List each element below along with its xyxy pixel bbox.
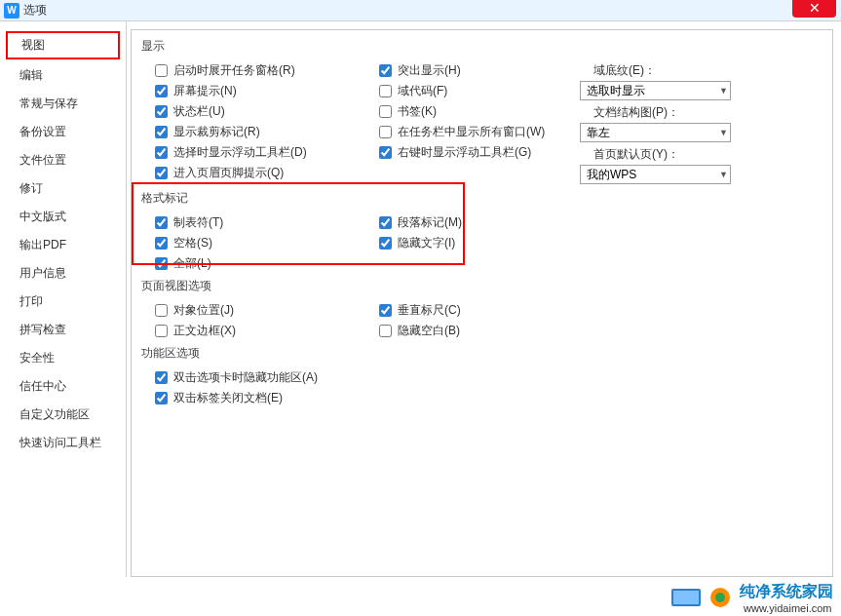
app-icon: W xyxy=(4,3,19,19)
combo-docmap[interactable]: 靠左▼ xyxy=(580,123,731,142)
chk-fieldcode[interactable]: 域代码(F) xyxy=(365,81,580,101)
sidebar-item-label: 打印 xyxy=(19,294,43,308)
sidebar-item-label: 备份设置 xyxy=(19,125,66,138)
section-title-display: 显示 xyxy=(141,38,822,55)
sidebar-item-view[interactable]: 视图 xyxy=(6,31,120,59)
brand-url: www.yidaimei.com xyxy=(744,602,833,614)
close-icon: ✕ xyxy=(809,0,821,16)
chk-textborder[interactable]: 正文边框(X) xyxy=(141,321,365,341)
combo-fieldshading[interactable]: 选取时显示▼ xyxy=(580,81,731,100)
chk-hidden[interactable]: 隐藏文字(I) xyxy=(365,233,580,253)
chk-floattool-rightclick[interactable]: 右键时显示浮动工具栏(G) xyxy=(365,142,580,163)
main-panel: 显示 启动时展开任务窗格(R) 屏幕提示(N) 状态栏(U) 显示裁剪标记(R)… xyxy=(131,29,833,577)
chk-paragraph[interactable]: 段落标记(M) xyxy=(365,212,580,233)
chk-space[interactable]: 空格(S) xyxy=(141,233,365,253)
sidebar-item-backup[interactable]: 备份设置 xyxy=(0,118,126,146)
sidebar-item-trust[interactable]: 信任中心 xyxy=(0,372,126,401)
chk-bookmark[interactable]: 书签(K) xyxy=(365,101,580,122)
chk-dblclick-hide[interactable]: 双击选项卡时隐藏功能区(A) xyxy=(141,367,531,388)
chk-all[interactable]: 全部(L) xyxy=(141,253,365,274)
label-defaultpage: 首页默认页(Y)： xyxy=(580,144,745,165)
footer-watermark: 纯净系统家园 www.yidaimei.com xyxy=(671,579,841,616)
sidebar: 视图 编辑 常规与保存 备份设置 文件位置 修订 中文版式 输出PDF 用户信息… xyxy=(0,21,127,577)
section-title-ribbon: 功能区选项 xyxy=(141,345,822,362)
combo-defaultpage[interactable]: 我的WPS▼ xyxy=(580,165,731,184)
sidebar-item-label: 常规与保存 xyxy=(19,96,78,110)
sidebar-item-userinfo[interactable]: 用户信息 xyxy=(0,259,126,288)
chk-taskpane[interactable]: 启动时展开任务窗格(R) xyxy=(141,60,365,81)
titlebar: W 选项 ✕ xyxy=(0,0,841,21)
chk-tab[interactable]: 制表符(T) xyxy=(141,212,365,233)
sidebar-item-edit[interactable]: 编辑 xyxy=(0,61,126,90)
sidebar-item-label: 安全性 xyxy=(19,351,55,365)
chk-hidewhite[interactable]: 隐藏空白(B) xyxy=(365,321,580,341)
format-options: 制表符(T) 空格(S) 全部(L) 段落标记(M) 隐藏文字(I) xyxy=(141,212,822,274)
sidebar-item-label: 输出PDF xyxy=(19,238,66,251)
chk-screentip[interactable]: 屏幕提示(N) xyxy=(141,81,365,101)
sidebar-item-label: 快速访问工具栏 xyxy=(19,436,101,449)
chk-statusbar[interactable]: 状态栏(U) xyxy=(141,101,365,122)
sidebar-item-general[interactable]: 常规与保存 xyxy=(0,90,126,118)
sidebar-item-filelocation[interactable]: 文件位置 xyxy=(0,146,126,174)
svg-point-1 xyxy=(715,593,725,602)
chk-headerfooter-hint[interactable]: 进入页眉页脚提示(Q) xyxy=(141,163,365,183)
sidebar-item-label: 修订 xyxy=(19,181,43,195)
content: 视图 编辑 常规与保存 备份设置 文件位置 修订 中文版式 输出PDF 用户信息… xyxy=(0,21,841,577)
chevron-down-icon: ▼ xyxy=(719,86,728,96)
close-button[interactable]: ✕ xyxy=(792,0,836,18)
display-options: 启动时展开任务窗格(R) 屏幕提示(N) 状态栏(U) 显示裁剪标记(R) 选择… xyxy=(141,60,822,186)
sidebar-item-customribbon[interactable]: 自定义功能区 xyxy=(0,401,126,429)
chevron-down-icon: ▼ xyxy=(719,128,728,137)
sidebar-item-label: 信任中心 xyxy=(19,379,66,393)
sidebar-item-print[interactable]: 打印 xyxy=(0,288,126,316)
section-title-pageview: 页面视图选项 xyxy=(141,278,822,294)
pageview-options: 对象位置(J) 正文边框(X) 垂直标尺(C) 隐藏空白(B) xyxy=(141,300,822,341)
sidebar-item-label: 编辑 xyxy=(19,68,43,82)
sidebar-item-revision[interactable]: 修订 xyxy=(0,174,126,203)
sidebar-item-pdf[interactable]: 输出PDF xyxy=(0,231,126,259)
chk-vruler[interactable]: 垂直标尺(C) xyxy=(365,300,580,321)
chk-taskbar-windows[interactable]: 在任务栏中显示所有窗口(W) xyxy=(365,122,580,142)
ribbon-options: 双击选项卡时隐藏功能区(A) 双击标签关闭文档(E) xyxy=(141,367,822,408)
sidebar-item-cjk[interactable]: 中文版式 xyxy=(0,203,126,231)
ribbon-decoration xyxy=(671,589,701,606)
sidebar-item-label: 中文版式 xyxy=(19,210,66,223)
chk-highlight[interactable]: 突出显示(H) xyxy=(365,60,580,81)
sidebar-item-qat[interactable]: 快速访问工具栏 xyxy=(0,429,126,457)
sidebar-item-label: 用户信息 xyxy=(19,266,66,280)
sidebar-item-spellcheck[interactable]: 拼写检查 xyxy=(0,316,126,344)
section-title-format: 格式标记 xyxy=(141,190,822,207)
sidebar-item-label: 拼写检查 xyxy=(19,323,66,336)
brand-logo-icon xyxy=(708,586,732,609)
chk-objpos[interactable]: 对象位置(J) xyxy=(141,300,365,321)
chk-floattool-select[interactable]: 选择时显示浮动工具栏(D) xyxy=(141,142,365,163)
label-docmap: 文档结构图(P)： xyxy=(580,102,745,123)
chk-cropmarks[interactable]: 显示裁剪标记(R) xyxy=(141,122,365,142)
sidebar-item-label: 文件位置 xyxy=(19,153,66,167)
sidebar-item-security[interactable]: 安全性 xyxy=(0,344,126,372)
sidebar-item-label: 自定义功能区 xyxy=(19,407,90,421)
sidebar-item-label: 视图 xyxy=(21,38,45,52)
chk-dblclick-close[interactable]: 双击标签关闭文档(E) xyxy=(141,388,531,408)
chevron-down-icon: ▼ xyxy=(719,170,728,179)
brand-name: 纯净系统家园 xyxy=(740,582,833,602)
label-fieldshading: 域底纹(E)： xyxy=(580,60,745,81)
window-title: 选项 xyxy=(23,2,47,19)
